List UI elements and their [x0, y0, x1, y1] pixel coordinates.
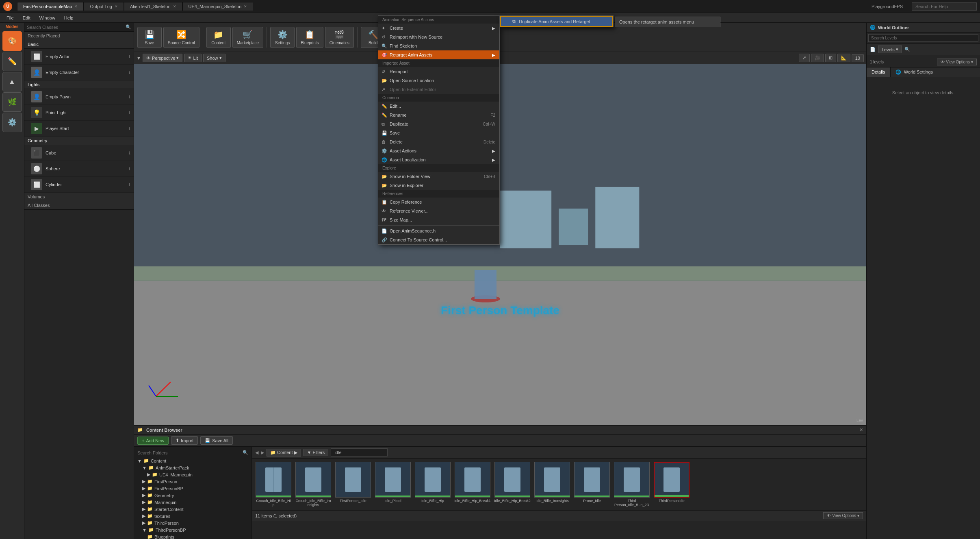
content-search-input[interactable]	[331, 448, 388, 456]
sidebar-item-empty-pawn[interactable]: 👤 Empty Pawn ℹ	[24, 89, 134, 105]
menu-help[interactable]: Help	[60, 15, 78, 21]
ctx-show-folder[interactable]: 📂 Show in Folder View Ctrl+B	[378, 172, 499, 181]
ctx-ref-viewer[interactable]: 👁 Reference Viewer...	[378, 206, 499, 215]
blueprints-button[interactable]: 📋 Blueprints	[296, 27, 323, 48]
folder-geometry[interactable]: ▶ 📁 Geometry	[136, 492, 250, 499]
tab-details[interactable]: Details	[867, 67, 891, 77]
folder-content[interactable]: ▼ 📁 Content	[136, 457, 250, 464]
cinematics-button[interactable]: 🎬 Cinematics	[325, 27, 354, 48]
ctx-open-animsequence[interactable]: 📄 Open AnimSequence.h	[378, 226, 499, 235]
ctx-rename[interactable]: ✏️ Rename F2	[378, 111, 499, 120]
sidebar-category-lights[interactable]: Lights	[24, 80, 134, 89]
tab-mannequin-skeleton[interactable]: UE4_Mannequin_Skeleton ✕	[182, 2, 254, 11]
lit-btn[interactable]: ☀ Lit	[184, 54, 202, 62]
tab-output-log[interactable]: Output Log ✕	[84, 2, 124, 11]
menu-window[interactable]: Window	[35, 15, 59, 21]
folder-blueprints[interactable]: 📁 Blueprints	[136, 533, 250, 539]
list-item[interactable]: Idle_Rifle_Hip	[414, 462, 451, 503]
folder-ue4-mannequin[interactable]: ▶ 📁 UE4_Mannequin	[136, 471, 250, 478]
dropdown-arrow-icon[interactable]: ▼	[137, 56, 141, 61]
tab-alien-skeleton[interactable]: AlienTest1_Skeleton ✕	[124, 2, 182, 11]
nav-back-icon[interactable]: ◀	[255, 450, 258, 455]
ctx-find-skeleton[interactable]: 🔍 Find Skeleton	[378, 41, 499, 50]
tab-first-person-map[interactable]: FirstPersonExampleMap ✕	[17, 2, 84, 11]
folder-anim-starter-pack[interactable]: ▼ 📁 AnimStarterPack	[136, 464, 250, 471]
settings-button[interactable]: ⚙️ Settings	[270, 27, 295, 48]
ctx-open-external[interactable]: ↗ Open In External Editor	[378, 85, 499, 94]
folder-first-person[interactable]: ▶ 📁 FirstPerson	[136, 478, 250, 485]
camera-btn[interactable]: 🎥	[811, 54, 824, 62]
ctx-show-explorer[interactable]: 📂 Show in Explorer	[378, 181, 499, 190]
submenu-duplicate-anim[interactable]: ⧉ Duplicate Anim Assets and Retarget Ope…	[500, 16, 613, 27]
show-btn[interactable]: Show ▾	[203, 54, 225, 62]
list-item[interactable]: Idle_Rifle_Ironsights	[534, 462, 570, 503]
list-item[interactable]: Prone_Idle	[574, 462, 610, 503]
world-outliner-search-input[interactable]	[868, 34, 978, 42]
filters-button[interactable]: ▼ Filters	[304, 449, 329, 456]
list-item[interactable]: FirstPerson_Idle	[335, 462, 371, 503]
mode-place-btn[interactable]: 🎨	[2, 31, 22, 51]
source-control-button[interactable]: 🔀 Source Control	[163, 27, 199, 48]
list-item[interactable]: Idle_Rifle_Hip_Break2	[494, 462, 531, 503]
content-breadcrumb[interactable]: 📁 Content ▶	[267, 449, 301, 456]
ctx-asset-localization[interactable]: 🌐 Asset Localization ▶	[378, 155, 499, 164]
folder-textures[interactable]: ▶ 📁 textures	[136, 513, 250, 519]
ctx-delete[interactable]: 🗑 Delete Delete	[378, 137, 499, 146]
ctx-connect-source-control[interactable]: 🔗 Connect To Source Control...	[378, 235, 499, 244]
sidebar-item-empty-actor[interactable]: ⬜ Empty Actor ℹ	[24, 49, 134, 65]
search-classes-input[interactable]	[27, 25, 124, 30]
help-search-input[interactable]	[912, 2, 977, 11]
folder-starter-content[interactable]: ▶ 📁 StarterContent	[136, 506, 250, 513]
sidebar-item-sphere[interactable]: ⚪ Sphere ℹ	[24, 161, 134, 177]
grid-btn[interactable]: ⊞	[825, 54, 836, 62]
list-item[interactable]: Crouch_Idle_Rifle_Ironsights	[295, 462, 332, 507]
close-icon[interactable]: ✕	[173, 4, 176, 9]
ctx-duplicate[interactable]: ⧉ Duplicate Ctrl+W	[378, 120, 499, 128]
folder-search-input[interactable]	[137, 450, 241, 455]
folder-third-person-bp[interactable]: ▼ 📁 ThirdPersonBP	[136, 526, 250, 533]
mode-mesh-btn[interactable]: ⚙️	[2, 113, 22, 132]
sidebar-item-cube[interactable]: ⬛ Cube ℹ	[24, 145, 134, 161]
menu-edit[interactable]: Edit	[19, 15, 35, 21]
view-options-button[interactable]: 👁 View Options ▾	[823, 512, 863, 519]
maximize-btn[interactable]: ⤢	[799, 54, 810, 62]
save-all-button[interactable]: 💾 Save All	[200, 436, 233, 445]
ctx-create[interactable]: ✦ Create ▶	[378, 24, 499, 33]
sidebar-category-all[interactable]: All Classes	[24, 201, 134, 210]
sidebar-item-cylinder[interactable]: ⬜ Cylinder ℹ	[24, 177, 134, 193]
ctx-edit[interactable]: ✏️ Edit...	[378, 102, 499, 111]
list-item[interactable]: Idle_Pistol	[375, 462, 411, 503]
folder-first-person-bp[interactable]: ▶ 📁 FirstPersonBP	[136, 485, 250, 492]
mode-foliage-btn[interactable]: 🌿	[2, 92, 22, 112]
list-item[interactable]: Idle_Rifle_Hip_Break1	[454, 462, 491, 503]
close-icon[interactable]: ✕	[244, 4, 247, 9]
menu-file[interactable]: File	[2, 15, 18, 21]
sidebar-item-point-light[interactable]: 💡 Point Light ℹ	[24, 105, 134, 121]
close-icon[interactable]: ✕	[115, 4, 118, 9]
sidebar-category-geometry[interactable]: Geometry	[24, 137, 134, 145]
mode-paint-btn[interactable]: ✏️	[2, 52, 22, 71]
ctx-retarget-anim[interactable]: 🎯 Retarget Anim Assets ▶	[378, 50, 499, 59]
list-item[interactable]: ThirdPersonIdle	[653, 462, 690, 503]
mode-landscape-btn[interactable]: ▲	[2, 72, 22, 91]
ctx-open-source-loc[interactable]: 📂 Open Source Location	[378, 76, 499, 85]
ctx-size-map[interactable]: 🗺 Size Map...	[378, 215, 499, 224]
close-cb-icon[interactable]: ✕	[859, 427, 863, 433]
list-item[interactable]: Crouch_Idle_Rifle_Hip	[255, 462, 292, 507]
folder-third-person[interactable]: ▶ 📁 ThirdPerson	[136, 519, 250, 526]
marketplace-button[interactable]: 🛒 Marketplace	[232, 27, 263, 48]
folder-mannequin[interactable]: ▶ 📁 Mannequin	[136, 499, 250, 506]
content-button[interactable]: 📁 Content	[206, 27, 231, 48]
sidebar-recently-placed[interactable]: Recently Placed	[24, 32, 134, 40]
list-item[interactable]: Third Person_Idle_Run_2D	[614, 462, 650, 507]
nav-forward-icon[interactable]: ▶	[261, 450, 264, 455]
ctx-save[interactable]: 💾 Save	[378, 128, 499, 137]
save-button[interactable]: 💾 Save	[137, 27, 162, 48]
search-levels-icon[interactable]: 🔍	[904, 47, 910, 52]
levels-view-options-button[interactable]: 👁 View Options ▾	[937, 59, 977, 65]
ctx-reimport-new-source[interactable]: ↺ Reimport with New Source	[378, 33, 499, 41]
viewport[interactable]: First Person Template Lev	[134, 64, 866, 425]
tab-world-settings[interactable]: 🌐 World Settings	[891, 67, 938, 77]
ctx-copy-ref[interactable]: 📋 Copy Reference	[378, 198, 499, 206]
import-button[interactable]: ⬆ Import	[171, 436, 198, 445]
